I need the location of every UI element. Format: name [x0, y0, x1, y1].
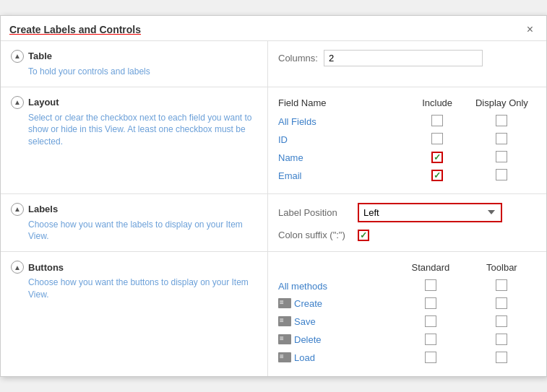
field-name-cell: All Fields: [278, 113, 408, 131]
table-row: Save: [278, 313, 536, 331]
standard-cell: [394, 277, 472, 295]
standard-header: Standard: [394, 261, 472, 277]
field-name-header: Field Name: [278, 96, 408, 113]
field-name-cell: ID: [278, 131, 408, 149]
method-icon-label: Save: [278, 316, 316, 327]
table-section-right: Columns:: [268, 41, 546, 87]
toolbar-checkbox[interactable]: [496, 352, 507, 363]
standard-cell: [394, 349, 472, 367]
buttons-section-right: Standard Toolbar All methodsCreateSaveDe…: [268, 252, 546, 376]
table-section-title: ▲ Table: [11, 50, 257, 63]
display-only-cell: [472, 167, 536, 185]
field-name-cell: Email: [278, 167, 408, 185]
standard-checkbox[interactable]: [425, 279, 436, 291]
label-position-row: Label Position Left Right Top None: [278, 203, 536, 222]
labels-collapse-icon[interactable]: ▲: [11, 203, 24, 216]
include-header: Include: [408, 96, 472, 113]
label-position-select[interactable]: Left Right Top None: [358, 203, 502, 222]
method-name-cell: Delete: [278, 331, 394, 349]
include-checkbox[interactable]: [431, 133, 443, 144]
table-row: ID: [278, 131, 536, 149]
method-icon: [278, 334, 291, 344]
table-row: All methods: [278, 277, 536, 295]
layout-collapse-icon[interactable]: ▲: [11, 96, 24, 109]
standard-checkbox[interactable]: [425, 352, 436, 363]
labels-section-left: ▲ Labels Choose how you want the labels …: [1, 194, 268, 252]
toolbar-cell: [472, 277, 536, 295]
toolbar-checkbox[interactable]: [496, 279, 507, 291]
method-icon-label: Delete: [278, 334, 322, 345]
method-icon: [278, 352, 291, 362]
layout-section-right: Field Name Include Display Only All Fiel…: [268, 87, 546, 193]
standard-checkbox[interactable]: [425, 334, 436, 345]
buttons-description: Choose how you want the buttons to displ…: [28, 276, 257, 301]
toolbar-header: Toolbar: [472, 261, 536, 277]
columns-label: Columns:: [278, 53, 318, 64]
method-icon: [278, 298, 291, 308]
method-icon: [278, 316, 291, 326]
labels-section-right: Label Position Left Right Top None Colon…: [268, 194, 546, 252]
layout-description: Select or clear the checkbox next to eac…: [28, 112, 257, 148]
table-collapse-icon[interactable]: ▲: [11, 50, 24, 63]
method-name-cell: Save: [278, 313, 394, 331]
table-row: Email✓: [278, 167, 536, 185]
toolbar-cell: [472, 349, 536, 367]
buttons-section: ▲ Buttons Choose how you want the button…: [1, 252, 546, 376]
table-row: Create: [278, 295, 536, 313]
toolbar-checkbox[interactable]: [496, 315, 507, 327]
include-cell: ✓: [408, 149, 472, 167]
labels-description: Choose how you want the labels to displa…: [28, 219, 257, 243]
labels-section-title: ▲ Labels: [11, 203, 257, 216]
include-cell: [408, 113, 472, 131]
display-only-checkbox[interactable]: [496, 133, 507, 144]
table-section-left: ▲ Table To hold your controls and labels: [1, 41, 268, 87]
fields-table: Field Name Include Display Only All Fiel…: [278, 96, 536, 185]
include-checkbox-checked[interactable]: ✓: [431, 170, 443, 181]
toolbar-cell: [472, 295, 536, 313]
table-row: Delete: [278, 331, 536, 349]
method-icon-label: Create: [278, 298, 322, 309]
table-section: ▲ Table To hold your controls and labels…: [1, 41, 546, 87]
field-name-cell: Name: [278, 149, 408, 167]
standard-checkbox[interactable]: [425, 297, 436, 309]
display-only-header: Display Only: [472, 96, 536, 113]
display-only-checkbox[interactable]: [496, 151, 507, 162]
table-description: To hold your controls and labels: [28, 66, 257, 78]
toolbar-checkbox[interactable]: [496, 334, 507, 345]
toolbar-checkbox[interactable]: [496, 297, 507, 309]
standard-cell: [394, 295, 472, 313]
colon-suffix-checkbox[interactable]: ✓: [358, 230, 369, 241]
standard-checkbox[interactable]: [425, 315, 436, 327]
colon-suffix-row: Colon suffix (":") ✓: [278, 230, 536, 241]
display-only-checkbox[interactable]: [496, 169, 507, 180]
display-only-checkbox[interactable]: [496, 115, 507, 126]
columns-row: Columns:: [278, 50, 536, 66]
colon-suffix-label: Colon suffix (":"): [278, 230, 350, 240]
toolbar-cell: [472, 313, 536, 331]
create-labels-dialog: Create Labels and Controls × ▲ Table To …: [0, 15, 547, 377]
table-row: Load: [278, 349, 536, 367]
columns-input[interactable]: [324, 50, 483, 66]
table-row: All Fields: [278, 113, 536, 131]
dialog-title: Create Labels and Controls: [9, 24, 141, 35]
label-position-label: Label Position: [278, 207, 350, 218]
standard-cell: [394, 313, 472, 331]
display-only-cell: [472, 149, 536, 167]
method-icon-label: Load: [278, 352, 315, 363]
layout-section: ▲ Layout Select or clear the checkbox ne…: [1, 87, 546, 194]
display-only-cell: [472, 131, 536, 149]
include-checkbox[interactable]: [431, 115, 443, 126]
include-cell: [408, 131, 472, 149]
close-button[interactable]: ×: [522, 22, 538, 38]
display-only-cell: [472, 113, 536, 131]
method-name-cell: Create: [278, 295, 394, 313]
layout-section-left: ▲ Layout Select or clear the checkbox ne…: [1, 87, 268, 193]
include-checkbox-checked[interactable]: ✓: [431, 152, 443, 163]
include-cell: ✓: [408, 167, 472, 185]
standard-cell: [394, 331, 472, 349]
buttons-collapse-icon[interactable]: ▲: [11, 261, 24, 274]
buttons-section-left: ▲ Buttons Choose how you want the button…: [1, 252, 268, 376]
labels-section: ▲ Labels Choose how you want the labels …: [1, 194, 546, 253]
dialog-header: Create Labels and Controls ×: [1, 16, 546, 41]
table-row: Name✓: [278, 149, 536, 167]
